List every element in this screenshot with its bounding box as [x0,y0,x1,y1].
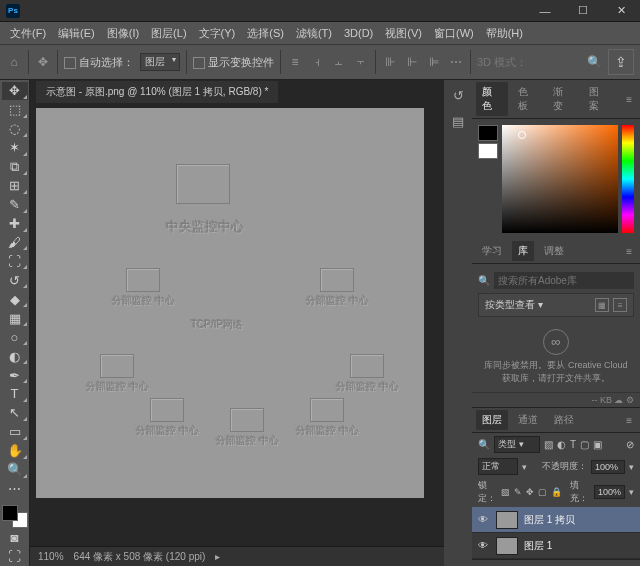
type-tool[interactable]: T [2,385,28,403]
shape-tool[interactable]: ▭ [2,423,28,441]
tab-swatches[interactable]: 色板 [512,82,544,116]
tab-color[interactable]: 颜色 [476,82,508,116]
visibility-icon[interactable]: 👁 [476,540,490,551]
lock-all-icon[interactable]: 🔒 [551,487,562,497]
layer-name[interactable]: 图层 1 拷贝 [524,513,636,527]
panel-menu-icon[interactable]: ≡ [622,94,636,105]
brush-tool[interactable]: 🖌 [2,234,28,252]
path-tool[interactable]: ↖ [2,404,28,422]
dodge-tool[interactable]: ◐ [2,347,28,365]
menu-3d[interactable]: 3D(D) [338,24,379,42]
tab-channels[interactable]: 通道 [512,410,544,430]
canvas[interactable]: 中央监控中心 TCP/IP网络 分部监控 中心 分部监控 中心 分部监控 中心 … [36,108,424,498]
maximize-button[interactable]: ☐ [564,0,602,22]
pen-tool[interactable]: ✒ [2,366,28,384]
distribute-icon[interactable]: ⊫ [426,54,442,70]
auto-select-dropdown[interactable]: 图层 [140,53,180,71]
menu-image[interactable]: 图像(I) [101,23,145,44]
align-icon[interactable]: ⫠ [331,54,347,70]
search-icon[interactable]: 🔍 [586,54,602,70]
share-button[interactable]: ⇪ [608,49,634,75]
blend-mode-dropdown[interactable]: 正常 [478,458,518,475]
lock-position-icon[interactable]: ✥ [526,487,534,497]
crop-tool[interactable]: ⧉ [2,158,28,176]
grid-view-icon[interactable]: ▦ [595,298,609,312]
menu-view[interactable]: 视图(V) [379,23,428,44]
lock-artboard-icon[interactable]: ▢ [538,487,547,497]
status-chevron-icon[interactable]: ▸ [215,551,220,562]
eyedropper-tool[interactable]: ✎ [2,196,28,214]
eraser-tool[interactable]: ◆ [2,290,28,308]
dock-history-icon[interactable]: ↺ [449,86,467,104]
lock-brush-icon[interactable]: ✎ [514,487,522,497]
library-view-dropdown[interactable]: 按类型查看 ▾ [485,298,543,312]
status-zoom[interactable]: 110% [38,551,64,562]
library-search-input[interactable] [494,272,634,289]
filter-toggle[interactable]: ⊘ [626,439,634,450]
close-button[interactable]: ✕ [602,0,640,22]
background-swatch[interactable] [478,143,498,159]
tab-learn[interactable]: 学习 [476,241,508,261]
distribute-icon[interactable]: ⊪ [382,54,398,70]
history-brush-tool[interactable]: ↺ [2,271,28,289]
hand-tool[interactable]: ✋ [2,442,28,460]
menu-help[interactable]: 帮助(H) [480,23,529,44]
menu-select[interactable]: 选择(S) [241,23,290,44]
quick-select-tool[interactable]: ✶ [2,139,28,157]
list-view-icon[interactable]: ≡ [613,298,627,312]
layer-thumbnail[interactable] [496,511,518,529]
stamp-tool[interactable]: ⛶ [2,252,28,270]
color-field[interactable] [502,125,618,233]
panel-menu-icon[interactable]: ≡ [622,415,636,426]
panel-menu-icon[interactable]: ≡ [622,246,636,257]
align-icon[interactable]: ≡ [287,54,303,70]
menu-edit[interactable]: 编辑(E) [52,23,101,44]
frame-tool[interactable]: ⊞ [2,177,28,195]
tab-layers[interactable]: 图层 [476,410,508,430]
filter-smart-icon[interactable]: ▣ [593,439,602,450]
visibility-icon[interactable]: 👁 [476,514,490,525]
filter-adjust-icon[interactable]: ◐ [557,439,566,450]
more-icon[interactable]: ⋯ [448,54,464,70]
heal-tool[interactable]: ✚ [2,215,28,233]
menu-filter[interactable]: 滤镜(T) [290,23,338,44]
filter-type-icon[interactable]: T [570,439,576,450]
tab-paths[interactable]: 路径 [548,410,580,430]
quick-mask[interactable]: ◙ [2,529,28,547]
fill-input[interactable]: 100% [594,485,625,499]
foreground-swatch[interactable] [478,125,498,141]
lasso-tool[interactable]: ◌ [2,120,28,138]
dock-properties-icon[interactable]: ▤ [449,112,467,130]
tab-gradients[interactable]: 渐变 [547,82,579,116]
hue-slider[interactable] [622,125,634,233]
filter-pixel-icon[interactable]: ▧ [544,439,553,450]
zoom-tool[interactable]: 🔍 [2,461,28,479]
menu-layer[interactable]: 图层(L) [145,23,192,44]
tab-libraries[interactable]: 库 [512,241,534,261]
align-icon[interactable]: ⫞ [309,54,325,70]
filter-shape-icon[interactable]: ▢ [580,439,589,450]
menu-window[interactable]: 窗口(W) [428,23,480,44]
color-swatches[interactable] [2,505,28,528]
tab-patterns[interactable]: 图案 [583,82,615,116]
filter-kind-dropdown[interactable]: 类型 ▾ [494,436,540,453]
lock-pixels-icon[interactable]: ▧ [501,487,510,497]
screen-mode[interactable]: ⛶ [2,548,28,566]
blur-tool[interactable]: ○ [2,328,28,346]
layer-name[interactable]: 图层 1 [524,539,636,553]
align-icon[interactable]: ⫟ [353,54,369,70]
edit-toolbar[interactable]: ⋯ [2,480,28,498]
layer-row[interactable]: 👁 图层 1 拷贝 [472,507,640,533]
minimize-button[interactable]: — [526,0,564,22]
auto-select-checkbox[interactable] [64,57,76,69]
gradient-tool[interactable]: ▦ [2,309,28,327]
document-tab[interactable]: 示意图 - 原图.png @ 110% (图层 1 拷贝, RGB/8) * [36,81,278,103]
layer-row[interactable]: 👁 图层 1 [472,533,640,559]
distribute-icon[interactable]: ⊩ [404,54,420,70]
menu-file[interactable]: 文件(F) [4,23,52,44]
home-icon[interactable]: ⌂ [6,54,22,70]
marquee-tool[interactable]: ⬚ [2,101,28,119]
opacity-input[interactable]: 100% [591,460,625,474]
move-tool[interactable]: ✥ [2,82,28,100]
menu-type[interactable]: 文字(Y) [193,23,242,44]
